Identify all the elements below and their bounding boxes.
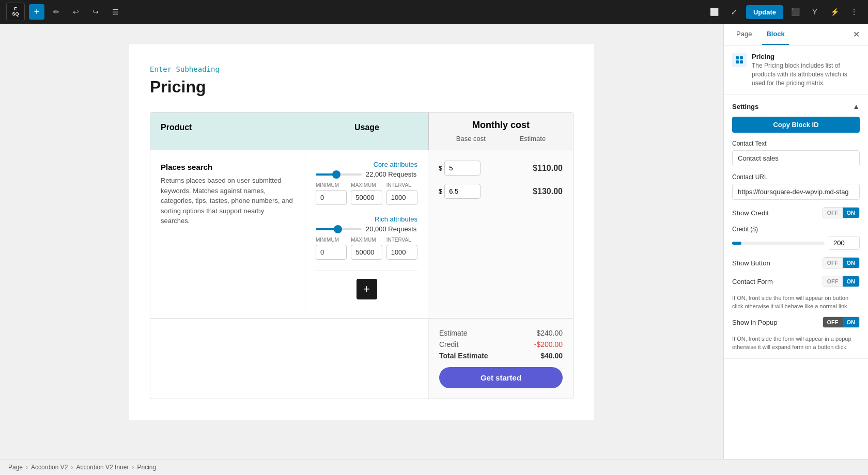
credit-slider-track[interactable]: [732, 242, 825, 245]
show-button-on[interactable]: ON: [843, 258, 860, 268]
subheading[interactable]: Enter Subheading: [150, 65, 574, 73]
collapse-button[interactable]: ▲: [853, 102, 860, 110]
contact-form-row: Contact Form OFF ON: [732, 276, 860, 287]
show-credit-on[interactable]: ON: [843, 208, 860, 218]
tab-page[interactable]: Page: [732, 24, 756, 45]
undo-icon[interactable]: ↩: [68, 4, 84, 20]
contact-form-note: If ON, front side the form will appear o…: [732, 294, 860, 310]
contact-url-label: Contact URL: [732, 173, 860, 181]
copy-block-id-button[interactable]: Copy Block ID: [732, 117, 860, 133]
rich-base-cost-input[interactable]: [444, 184, 481, 199]
col-usage: Usage: [305, 113, 428, 150]
pricing-block-icon: [732, 53, 747, 67]
block-info-text: Pricing The Pricing block includes list …: [752, 53, 860, 87]
core-max-label: MAXIMUM: [351, 182, 382, 188]
show-popup-off[interactable]: OFF: [823, 317, 843, 327]
pricing-footer: Estimate $240.00 Credit -$200.00 Total E…: [150, 318, 573, 399]
grand-total-row: Total Estimate $40.00: [439, 352, 563, 360]
show-popup-on[interactable]: ON: [843, 317, 860, 327]
rich-max-input[interactable]: [351, 245, 382, 260]
right-panel: Page Block ✕ Pricing The Pricing block i…: [723, 24, 868, 459]
editor-area: Enter Subheading Pricing Product Usage M…: [0, 24, 723, 459]
rich-dollar-sign: $: [439, 187, 442, 195]
toolbar: F SQ + ✏ ↩ ↪ ☰ ⬜ ⤢ Update ⬛ Y ⚡ ⋮: [0, 0, 868, 24]
core-base-cost-wrap: $: [439, 161, 481, 176]
core-estimate-value: $110.00: [533, 164, 563, 173]
show-button-toggle[interactable]: OFF ON: [823, 257, 860, 268]
core-dollar-sign: $: [439, 164, 442, 172]
pencil-icon[interactable]: ✏: [49, 4, 64, 20]
block-desc: The Pricing block includes list of produ…: [752, 61, 860, 87]
editor-content: Enter Subheading Pricing Product Usage M…: [129, 44, 594, 420]
rich-min-label: MINIMUM: [316, 237, 347, 243]
contact-text-field: Contact Text Contact URL: [732, 140, 860, 200]
rich-interval-input[interactable]: [386, 245, 417, 260]
core-slider-track[interactable]: [316, 173, 362, 176]
table-row: Places search Returns places based on us…: [150, 150, 573, 318]
lightning-icon[interactable]: ⚡: [827, 4, 842, 20]
pricing-table: Product Usage Monthly cost Base cost Est…: [150, 112, 574, 399]
add-block-button[interactable]: +: [29, 4, 44, 20]
redo-icon[interactable]: ↪: [88, 4, 103, 20]
usage-row-core: Core attributes 22,000 Requests: [316, 161, 417, 205]
settings-title: Settings: [732, 103, 758, 110]
rich-min-input[interactable]: [316, 245, 347, 260]
total-value-footer: $40.00: [540, 352, 563, 360]
credit-label: Credit ($): [732, 226, 860, 233]
core-slider-row: 22,000 Requests: [316, 170, 417, 178]
core-interval-input[interactable]: [386, 190, 417, 205]
core-attr-label: Core attributes: [316, 161, 417, 168]
estimate-label: Estimate: [520, 135, 546, 142]
col-monthly: Monthly cost Base cost Estimate: [428, 113, 573, 150]
table-header: Product Usage Monthly cost Base cost Est…: [150, 113, 573, 150]
tab-block[interactable]: Block: [762, 24, 788, 45]
show-popup-note: If ON, front side the form will appear i…: [732, 335, 860, 351]
block-info: Pricing The Pricing block includes list …: [724, 45, 868, 95]
get-started-button[interactable]: Get started: [439, 367, 563, 388]
estimate-value-footer: $240.00: [536, 329, 563, 337]
core-base-cost-input[interactable]: [444, 161, 481, 176]
update-button[interactable]: Update: [746, 5, 783, 19]
app-logo[interactable]: F SQ: [6, 3, 25, 21]
rich-slider-thumb[interactable]: [334, 225, 342, 233]
core-interval-label: INTERVAL: [386, 182, 417, 188]
product-column: Places search Returns places based on us…: [150, 150, 305, 318]
contact-form-toggle[interactable]: OFF ON: [823, 276, 860, 287]
svg-rect-2: [736, 60, 739, 64]
rich-inputs: MINIMUM MAXIMUM INTERVAL: [316, 237, 417, 260]
breadcrumb: Page › Accordion V2 › Accordion V2 Inner…: [0, 459, 868, 475]
rich-slider-row: 20,000 Requests: [316, 225, 417, 233]
credit-value-input[interactable]: [829, 236, 860, 250]
show-credit-toggle[interactable]: OFF ON: [823, 207, 860, 218]
panel-close-button[interactable]: ✕: [853, 24, 860, 45]
contact-form-off[interactable]: OFF: [823, 276, 843, 287]
breadcrumb-sep-1: ›: [26, 464, 28, 471]
core-min-input[interactable]: [316, 190, 347, 205]
core-max-input[interactable]: [351, 190, 382, 205]
contact-text-input[interactable]: [732, 150, 860, 166]
show-popup-toggle[interactable]: OFF ON: [823, 316, 860, 328]
rich-slider-track[interactable]: [316, 228, 362, 230]
contact-text-label: Contact Text: [732, 140, 860, 147]
page-heading: Pricing: [150, 77, 574, 97]
contact-form-on[interactable]: ON: [843, 276, 860, 287]
breadcrumb-accordion-v2[interactable]: Accordion V2: [31, 464, 68, 471]
breadcrumb-accordion-v2-inner[interactable]: Accordion V2 Inner: [76, 464, 129, 471]
breadcrumb-pricing[interactable]: Pricing: [137, 464, 156, 471]
breadcrumb-page[interactable]: Page: [8, 464, 23, 471]
show-button-off[interactable]: OFF: [823, 258, 843, 268]
svg-rect-3: [740, 60, 743, 64]
block-editor-icon[interactable]: ⬛: [787, 4, 803, 20]
list-icon[interactable]: ☰: [107, 4, 123, 20]
core-slider-thumb[interactable]: [332, 170, 340, 179]
more-options-icon[interactable]: ⋮: [846, 4, 862, 20]
footer-totals: Estimate $240.00 Credit -$200.00 Total E…: [428, 319, 573, 399]
preview-icon[interactable]: ⬜: [707, 4, 722, 20]
core-slider-value: 22,000 Requests: [366, 170, 417, 178]
add-attribute-button[interactable]: +: [357, 279, 377, 299]
product-name: Places search: [161, 163, 295, 171]
contact-url-input[interactable]: [732, 184, 860, 200]
yoast-icon[interactable]: Y: [807, 4, 823, 20]
external-link-icon[interactable]: ⤢: [726, 4, 742, 20]
show-credit-off[interactable]: OFF: [823, 208, 843, 218]
